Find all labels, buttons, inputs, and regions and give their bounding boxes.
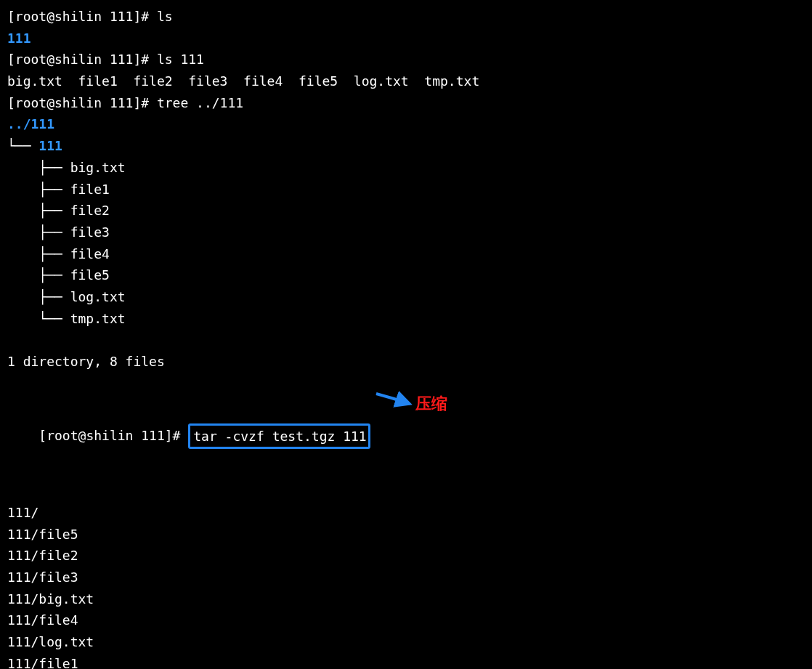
dir-name: 111 [7,31,31,46]
prompt: [root@shilin 111]# [38,429,188,444]
tar-output-line: 111/file1 [7,653,805,669]
tar-output-line: 111/big.txt [7,588,805,610]
tar-output-line: 111/log.txt [7,631,805,653]
command-ls-arg: ls 111 [157,52,204,67]
ls-output-files: big.txt file1 file2 file3 file4 file5 lo… [7,70,805,92]
tree-summary: 1 directory, 8 files [7,351,805,373]
command-tree: tree ../111 [157,95,243,110]
command-tar-highlighted: tar -cvzf test.tgz 111 [188,423,370,450]
tree-file: ├── file2 [7,200,805,222]
tree-file: ├── file3 [7,222,805,243]
tree-file: ├── file1 [7,179,805,200]
tree-file: └── tmp.txt [7,308,805,330]
tree-file: ├── file5 [7,264,805,286]
tree-root: ../111 [7,113,805,135]
tree-branch: └── [7,138,38,153]
tar-output-line: 111/ [7,502,805,524]
tree-file: ├── log.txt [7,286,805,308]
tar-output-line: 111/file4 [7,609,805,631]
terminal-output: [root@shilin 111]# ls 111 [root@shilin 1… [7,6,805,669]
prompt: [root@shilin 111]# [7,9,157,24]
tree-file: ├── file4 [7,243,805,265]
tar-output-line: 111/file2 [7,545,805,567]
annotation-arrow: 压缩 [370,394,418,480]
prompt: [root@shilin 111]# [7,95,157,110]
tar-output-line: 111/file3 [7,567,805,588]
command-ls: ls [157,9,173,24]
tree-file: ├── big.txt [7,157,805,179]
tree-dir: 111 [38,138,62,153]
prompt: [root@shilin 111]# [7,52,157,67]
tar-output-line: 111/file5 [7,524,805,546]
annotation-label: 压缩 [415,391,447,417]
